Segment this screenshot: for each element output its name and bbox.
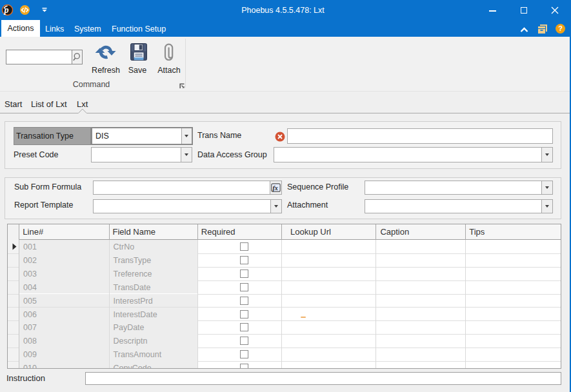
- svg-text:fx: fx: [272, 184, 277, 191]
